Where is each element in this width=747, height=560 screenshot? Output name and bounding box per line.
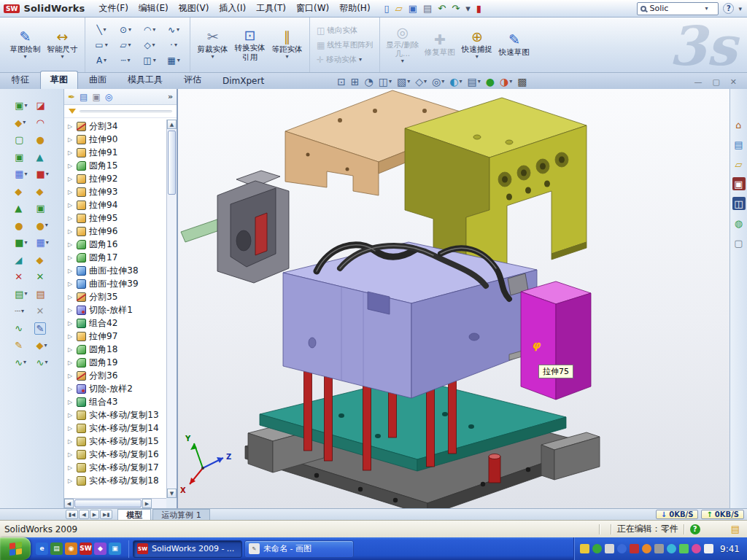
tool-centerline[interactable]: ┄▾ bbox=[114, 53, 137, 68]
left-tool-icon[interactable]: ∿▾ bbox=[12, 357, 28, 369]
feature-item[interactable]: ▷圆角18 bbox=[64, 343, 166, 356]
mold-assembly-model[interactable]: φ Y Z X bbox=[178, 89, 728, 508]
help-dropdown-icon[interactable]: ▾ bbox=[738, 5, 742, 12]
feature-item[interactable]: ▷拉伸90 bbox=[64, 133, 166, 146]
appearances-icon[interactable]: ◫ bbox=[732, 197, 746, 210]
command-rapid-sketch[interactable]: ✎快速草图 bbox=[496, 20, 532, 70]
tool-parallelogram[interactable]: ▱▾ bbox=[114, 38, 137, 52]
feature-item[interactable]: ▷拉伸91 bbox=[64, 146, 166, 159]
expander-icon[interactable]: ▷ bbox=[68, 123, 74, 130]
expander-icon[interactable]: ▷ bbox=[68, 294, 74, 300]
feature-item[interactable]: ▷曲面-拉伸39 bbox=[64, 277, 166, 290]
expander-icon[interactable]: ▷ bbox=[68, 464, 74, 471]
command-quick-snaps[interactable]: ⊕快速捕捉▾ bbox=[459, 20, 495, 70]
part-slide-unit[interactable] bbox=[181, 171, 289, 283]
menu-item[interactable]: 编辑(E) bbox=[133, 1, 174, 15]
taskbar-task[interactable]: SWSolidWorks 2009 - ... bbox=[133, 540, 242, 558]
expander-icon[interactable]: ▷ bbox=[68, 281, 74, 287]
expander-icon[interactable]: ▷ bbox=[68, 307, 74, 314]
command-trim-entities[interactable]: ✂剪裁实体▾ bbox=[195, 20, 231, 70]
expander-icon[interactable]: ▷ bbox=[68, 215, 74, 222]
expander-icon[interactable]: ▷ bbox=[68, 228, 74, 235]
tab-特征[interactable]: 特征 bbox=[1, 71, 39, 89]
left-tool-icon[interactable]: ✕ bbox=[34, 271, 47, 283]
status-note-icon[interactable]: ▤ bbox=[731, 524, 740, 534]
tool-circle[interactable]: ⊙▾ bbox=[114, 23, 137, 37]
tool-pattern-small[interactable]: ▦▾ bbox=[162, 53, 185, 68]
solidworks-resources-icon[interactable]: ⌂ bbox=[732, 118, 746, 131]
tool-arc[interactable]: ◠▾ bbox=[138, 23, 161, 37]
apply-scene-icon[interactable]: ▤▾ bbox=[468, 77, 481, 87]
command-linear-sketch-pattern[interactable]: ▦线性草图阵列 bbox=[314, 38, 375, 52]
design-library-icon[interactable]: ▤ bbox=[732, 138, 746, 151]
show-desktop-icon[interactable]: ▤ bbox=[50, 542, 63, 555]
scrollbar-thumb[interactable] bbox=[74, 499, 142, 508]
tray-icon[interactable] bbox=[617, 544, 627, 553]
tree-horizontal-scrollbar[interactable]: ◀ ▶ bbox=[64, 498, 166, 508]
open-document-icon[interactable]: ▱ bbox=[394, 3, 404, 14]
left-tool-icon[interactable]: ▲ bbox=[34, 151, 46, 163]
tool-spline[interactable]: ∿▾ bbox=[162, 23, 185, 37]
feature-item[interactable]: ▷拉伸96 bbox=[64, 225, 166, 238]
menu-item[interactable]: 工具(T) bbox=[251, 1, 291, 15]
section-view-icon[interactable]: ◫▾ bbox=[379, 77, 392, 87]
expander-icon[interactable]: ▷ bbox=[68, 346, 74, 353]
camera-icon[interactable]: ◑▾ bbox=[500, 77, 512, 87]
expander-icon[interactable]: ▷ bbox=[68, 268, 74, 274]
expander-icon[interactable]: ▷ bbox=[68, 176, 74, 182]
configuration-manager-tab-icon[interactable]: ▣ bbox=[92, 93, 100, 101]
left-tool-icon[interactable]: ✕ bbox=[12, 271, 25, 283]
view-settings-icon[interactable]: ● bbox=[486, 77, 495, 87]
left-tool-icon[interactable]: ▢ bbox=[12, 133, 26, 146]
quicklaunch-icon-6[interactable]: ▣ bbox=[109, 542, 121, 555]
tray-icon[interactable] bbox=[692, 544, 701, 553]
record-icon[interactable]: ▮ bbox=[475, 3, 483, 14]
expander-icon[interactable]: ▷ bbox=[68, 399, 74, 405]
hide-show-items-icon[interactable]: ◎▾ bbox=[432, 77, 444, 87]
command-offset-entities[interactable]: ∥等距实体▾ bbox=[269, 20, 305, 70]
feature-item[interactable]: ▷实体-移动/复制16 bbox=[64, 448, 166, 461]
feature-item[interactable]: ▷组合42 bbox=[64, 316, 166, 330]
feature-item[interactable]: ▷拉伸93 bbox=[64, 185, 166, 198]
feature-item[interactable]: ▷拉伸95 bbox=[64, 211, 166, 225]
command-sketch[interactable]: ✎草图绘制▾ bbox=[7, 20, 43, 70]
zoom-fit-icon[interactable]: ⊡ bbox=[337, 77, 346, 87]
feature-item[interactable]: ▷拉伸97 bbox=[64, 330, 166, 343]
feature-item[interactable]: ▷圆角17 bbox=[64, 251, 166, 264]
tray-icon[interactable] bbox=[605, 544, 614, 553]
search-dropdown-icon[interactable]: ▾ bbox=[705, 6, 708, 12]
feature-item[interactable]: ▷实体-移动/复制13 bbox=[64, 408, 166, 421]
minimize-button[interactable]: — bbox=[694, 78, 702, 86]
feature-item[interactable]: ▷切除-放样1 bbox=[64, 303, 166, 316]
left-tool-icon[interactable]: ●▾ bbox=[34, 219, 50, 232]
command-display-delete-relations[interactable]: ◎显示/删除几...▾ bbox=[384, 20, 420, 70]
display-style-icon[interactable]: ◇▾ bbox=[415, 77, 427, 87]
vcr-button[interactable]: ▶▮ bbox=[100, 510, 112, 519]
checker-icon[interactable]: ▩ bbox=[517, 77, 527, 87]
left-tool-icon[interactable]: ▦▾ bbox=[34, 236, 51, 249]
tab-曲面[interactable]: 曲面 bbox=[79, 71, 117, 89]
expander-icon[interactable]: ▷ bbox=[68, 412, 74, 419]
expander-icon[interactable]: ▷ bbox=[68, 438, 74, 445]
expander-icon[interactable]: ▷ bbox=[68, 333, 74, 340]
feature-item[interactable]: ▷拉伸92 bbox=[64, 172, 166, 185]
tool-rectangle[interactable]: ▭▾ bbox=[90, 38, 113, 52]
vcr-button[interactable]: ▮◀ bbox=[66, 510, 78, 519]
tray-icon[interactable] bbox=[580, 544, 589, 553]
menu-item[interactable]: 帮助(H) bbox=[334, 1, 375, 15]
menu-item[interactable]: 视图(V) bbox=[174, 1, 214, 15]
left-tool-icon[interactable]: ◆▾ bbox=[12, 117, 28, 129]
menu-item[interactable]: 文件(F) bbox=[94, 1, 133, 15]
left-tool-icon[interactable]: ┄▾ bbox=[12, 305, 26, 317]
left-tool-icon[interactable]: ■▾ bbox=[12, 236, 29, 249]
new-document-icon[interactable]: ▯ bbox=[383, 3, 391, 14]
filter-input[interactable] bbox=[80, 110, 172, 112]
tool-line[interactable]: ╲▾ bbox=[90, 23, 113, 37]
tool-polygon[interactable]: ◇▾ bbox=[138, 38, 161, 52]
tab-评估[interactable]: 评估 bbox=[174, 71, 212, 89]
left-tool-icon[interactable]: ∿ bbox=[12, 322, 25, 335]
expander-icon[interactable]: ▷ bbox=[68, 254, 74, 261]
expander-icon[interactable]: ▷ bbox=[68, 451, 74, 458]
part-side-block[interactable]: φ bbox=[521, 281, 591, 400]
vcr-button[interactable]: ◀ bbox=[79, 510, 88, 519]
